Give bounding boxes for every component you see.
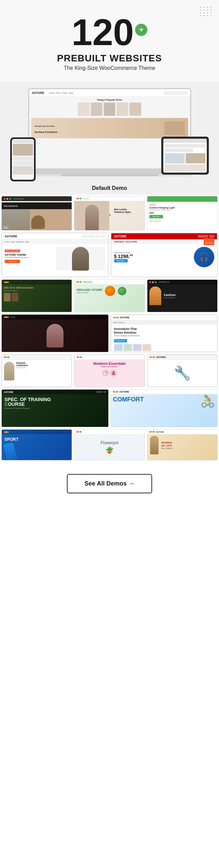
- demo-thumb-cbd: CBD Oil & CBD Essentials Natural & Organ…: [1, 279, 72, 312]
- demo-thumb-lighting: LEDINO Custom Hanging Light Contemporary…: [147, 196, 218, 231]
- demo-thumb-fashion2: FashionCollection New arrivals: [1, 354, 72, 387]
- demo-thumb-lingerie: lingerie: [1, 314, 109, 352]
- demo-organic-preview: ORGANIC ORGANIC STORE Fresh & Natural: [74, 280, 144, 312]
- demo-item-fashion2[interactable]: FashionCollection New arrivals: [1, 354, 72, 387]
- demo-thumb-xstore: XSTORE Home Shop Categories Blog: [1, 233, 109, 277]
- demo-flowerpot-preview: Flowerpot 🪴: [74, 430, 144, 460]
- demo-item-xstore[interactable]: XSTORE Home Shop Categories Blog: [1, 233, 109, 277]
- demo-thumb-woman: XSTORE WOMAN 25+ OFF New Collection: [147, 429, 218, 460]
- phone-header-bar: [13, 140, 33, 143]
- screen-logo: XSTORE: [32, 91, 44, 95]
- woman-figure: [150, 436, 159, 454]
- demo-item-sport[interactable]: XSTORE SPEC. OF TRAININGCOURSE Advanced …: [1, 389, 109, 427]
- demo-innovation-preview: XSTORE Home Shop ● Innovation ThatDrives…: [111, 315, 218, 352]
- phone-product: [13, 166, 33, 175]
- demo-baby-preview: Newborn Essentials Baby Care Collection …: [74, 355, 144, 387]
- demo-row-3: CBD Oil & CBD Essentials Natural & Organ…: [1, 279, 218, 312]
- demo-thumb-tools: XSTORE 🔧: [147, 354, 218, 387]
- demo-item-baby[interactable]: Newborn Essentials Baby Care Collection …: [74, 354, 145, 387]
- demo-section: furniture demo furniture Category Chairs: [0, 195, 219, 464]
- demo-item-innovation[interactable]: XSTORE Home Shop ● Innovation ThatDrives…: [111, 314, 218, 352]
- demo-thumb-cycling: XSTORE COMFORT 🚴: [111, 389, 218, 427]
- plus-badge: +: [135, 24, 147, 36]
- screen-products-row: [31, 102, 188, 116]
- demo-furniture-preview: furniture demo furniture Category Chairs: [2, 196, 72, 230]
- cycling-bike-icon: 🚴: [200, 394, 215, 408]
- screen-header: XSTORE Home Shop Pages Blog: [29, 89, 190, 97]
- demo-item-woman[interactable]: XSTORE WOMAN 25+ OFF New Collection: [147, 429, 218, 460]
- demo-item-sport2[interactable]: sport: [1, 429, 72, 460]
- demo-xstore-preview: XSTORE Home Shop Categories Blog: [2, 233, 108, 277]
- demo-lingerie-preview: lingerie: [2, 315, 108, 352]
- demo-row-4: lingerie XSTORE: [1, 314, 218, 352]
- hero-section: 120+ PREBUILT WEBSITES The King-Size Woo…: [0, 0, 219, 195]
- screen-search-bar: [164, 91, 187, 95]
- demo-row-7: sport Flowerpot: [1, 429, 218, 460]
- hero-number: 120+: [72, 14, 148, 51]
- demo-marbelle-preview: MARBELLE Fashion New Collection: [147, 280, 217, 312]
- demo-fashion-preview: Marcille New Looks,Timeless Style.: [74, 196, 144, 230]
- demo-thumb-electronics: XSTORE CHRISTMAS SALE & FAIRS Shop Now: [111, 233, 218, 277]
- demo-sport2-preview: sport: [2, 430, 72, 460]
- screen-product-5: [129, 102, 141, 116]
- demo-item-tools[interactable]: XSTORE 🔧: [147, 354, 218, 387]
- demo-row-6: XSTORE SPEC. OF TRAININGCOURSE Advanced …: [1, 389, 218, 427]
- demo-item-fashion-timeless[interactable]: Marcille New Looks,Timeless Style.: [74, 196, 145, 231]
- demo-cycling-preview: XSTORE COMFORT 🚴: [111, 390, 218, 427]
- phone-mockup: [10, 137, 36, 181]
- demo-cbd-preview: CBD Oil & CBD Essentials Natural & Organ…: [2, 280, 72, 312]
- demo-thumb-fashion: Marcille New Looks,Timeless Style.: [74, 196, 145, 231]
- demo-thumb-innovation: XSTORE Home Shop ● Innovation ThatDrives…: [111, 314, 218, 352]
- demo-item-electronics[interactable]: XSTORE CHRISTMAS SALE & FAIRS Shop Now: [111, 233, 218, 277]
- see-all-demos-button[interactable]: See All Demos →: [67, 474, 152, 493]
- demo-woman-preview: XSTORE WOMAN 25+ OFF New Collection: [147, 430, 217, 460]
- demo-item-flowerpot[interactable]: Flowerpot 🪴: [74, 429, 145, 460]
- electronics-headphone-img: [194, 247, 214, 267]
- demo-row-1: furniture demo furniture Category Chairs: [1, 196, 218, 231]
- device-mockup-area: XSTORE Home Shop Pages Blog To: [0, 81, 219, 180]
- tablet-screen: Shop Now: [163, 139, 207, 173]
- demo-thumb-sport: XSTORE SPEC. OF TRAININGCOURSE Advanced …: [1, 389, 109, 427]
- decorative-dots: [200, 7, 212, 16]
- screen-product-1: [78, 102, 90, 116]
- xstore-model-figure: [72, 247, 89, 271]
- phone-screen: [12, 139, 34, 180]
- hero-content: 120+ PREBUILT WEBSITES The King-Size Woo…: [0, 0, 219, 81]
- screen-banner: Introducing The New Surface Furniture.: [31, 118, 188, 138]
- default-demo-label: Default Demo: [0, 180, 219, 195]
- demo-item-organic[interactable]: ORGANIC ORGANIC STORE Fresh & Natural: [74, 279, 145, 312]
- screen-popular-title: Today's Popular Picks: [31, 99, 188, 101]
- demo-thumb-organic: ORGANIC ORGANIC STORE Fresh & Natural: [74, 279, 145, 312]
- demo-item-marbelle[interactable]: MARBELLE Fashion New Collection: [147, 279, 218, 312]
- demo-thumb-flowerpot: Flowerpot 🪴: [74, 429, 145, 460]
- screen-product-4: [116, 102, 128, 116]
- laptop-foot: [61, 174, 159, 176]
- screen-banner-img: [164, 121, 185, 135]
- demo-fashion2-preview: FashionCollection New arrivals: [2, 355, 72, 387]
- screen-banner-content: Introducing The New Surface Furniture.: [35, 122, 58, 134]
- demo-thumb-furniture: furniture demo furniture Category Chairs: [1, 196, 72, 231]
- demo-thumb-baby: Newborn Essentials Baby Care Collection …: [74, 354, 145, 387]
- tablet-mockup: Shop Now: [161, 137, 209, 175]
- demo-item-lingerie[interactable]: lingerie: [1, 314, 109, 352]
- flowerpot-icon: 🪴: [105, 446, 114, 454]
- screen-product-2: [91, 102, 103, 116]
- demo-sport-preview: XSTORE SPEC. OF TRAININGCOURSE Advanced …: [2, 390, 108, 427]
- demo-row-2: XSTORE Home Shop Categories Blog: [1, 233, 218, 277]
- fashion2-model: [4, 362, 14, 380]
- demo-item-cbd[interactable]: CBD Oil & CBD Essentials Natural & Organ…: [1, 279, 72, 312]
- hero-subtitle: PREBUILT WEBSITES: [7, 53, 212, 64]
- demo-electronics-preview: XSTORE CHRISTMAS SALE & FAIRS Shop Now: [111, 233, 218, 277]
- demo-thumb-sport2: sport: [1, 429, 72, 460]
- demo-tools-preview: XSTORE 🔧: [147, 355, 217, 387]
- demo-item-cycling[interactable]: XSTORE COMFORT 🚴: [111, 389, 218, 427]
- marbelle-figure: [149, 287, 161, 305]
- demo-orange-icon: [105, 286, 115, 296]
- screen-product-3: [104, 102, 115, 116]
- cta-section: See All Demos →: [0, 464, 219, 504]
- sport2-equipment: [3, 443, 17, 460]
- demo-green-apple: [118, 287, 126, 295]
- demo-item-furniture[interactable]: furniture demo furniture Category Chairs: [1, 196, 72, 231]
- phone-banner: [13, 144, 33, 156]
- demo-item-lighting[interactable]: LEDINO Custom Hanging Light Contemporary…: [147, 196, 218, 231]
